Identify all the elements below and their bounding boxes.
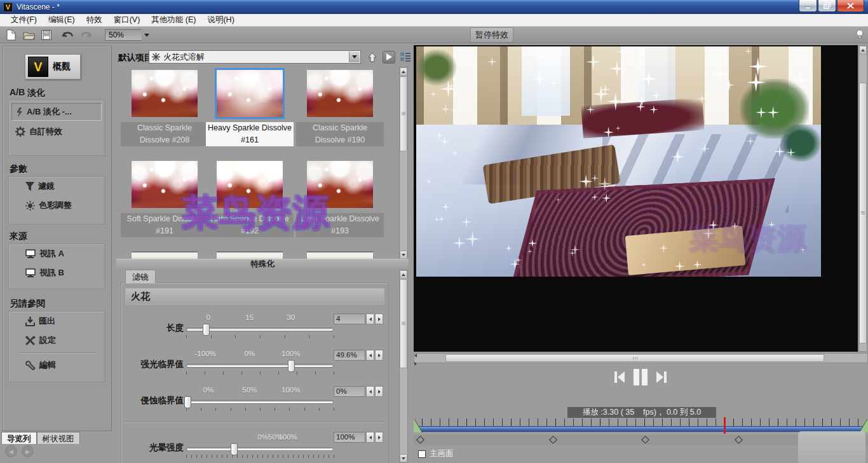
range-start-marker[interactable] xyxy=(414,418,422,432)
spin-right-button[interactable] xyxy=(375,350,383,361)
menu-effects[interactable]: 特效 xyxy=(81,13,108,27)
spin-left-button[interactable] xyxy=(366,350,374,361)
sidebar-item-custom-effect[interactable]: 自訂特效 xyxy=(9,122,104,141)
thumbnail-image[interactable] xyxy=(132,70,198,117)
zoom-level-field[interactable]: 50% xyxy=(105,29,142,41)
zoom-dropdown-arrow[interactable] xyxy=(142,29,152,41)
sidebar-item-edit[interactable]: 編輯 xyxy=(9,356,104,375)
view-mode-icon[interactable] xyxy=(398,50,412,64)
sidebar-item-label: 視訊 B xyxy=(39,267,64,279)
monitor-icon xyxy=(25,249,36,258)
spin-left-button[interactable] xyxy=(366,432,374,443)
nav-forward-button[interactable]: ► xyxy=(22,445,34,457)
thumbnail-light-193[interactable]: Light Sparkle Dissolve #193 xyxy=(296,161,384,237)
slider-handle[interactable] xyxy=(184,396,191,408)
spin-right-button[interactable] xyxy=(375,386,383,397)
scroll-thumb[interactable] xyxy=(445,354,824,362)
thumbnail-image[interactable] xyxy=(132,161,198,208)
lightbulb-icon[interactable] xyxy=(854,29,865,41)
minimize-button[interactable] xyxy=(799,0,817,12)
pause-button[interactable] xyxy=(632,368,649,387)
maximize-button[interactable] xyxy=(818,0,836,12)
thumbnail-image[interactable] xyxy=(307,70,373,117)
value-field[interactable]: 100% xyxy=(334,432,365,443)
tab-navigator[interactable]: 导览列 xyxy=(1,432,37,444)
spin-right-button[interactable] xyxy=(375,314,383,324)
preview-play-button[interactable] xyxy=(382,50,396,64)
range-end-marker[interactable] xyxy=(860,418,868,432)
next-frame-button[interactable] xyxy=(656,370,667,384)
scroll-down-button[interactable] xyxy=(400,251,407,259)
thumbnail-image[interactable] xyxy=(217,70,283,117)
undo-icon[interactable] xyxy=(61,29,75,41)
filter-scrollbar[interactable] xyxy=(399,270,408,463)
overview-button[interactable]: V 概觀 xyxy=(25,54,81,79)
thumbnail-image[interactable] xyxy=(307,161,373,208)
thumbnail-heavy-161[interactable]: Heavy Sparkle Dissolve #161 xyxy=(206,70,294,146)
save-icon[interactable] xyxy=(39,29,53,41)
menu-other[interactable]: 其他功能 (E) xyxy=(146,13,201,27)
tick-mark xyxy=(283,455,283,458)
sidebar-item-color-adjust[interactable]: 色彩調整 xyxy=(9,196,104,215)
slider-track[interactable] xyxy=(186,364,334,368)
thumbnail-classic-208[interactable]: Classic Sparkle Dissolve #208 xyxy=(121,70,208,146)
value-field[interactable]: 4 xyxy=(334,314,365,324)
folder-up-button[interactable] xyxy=(365,50,379,64)
open-folder-icon[interactable] xyxy=(22,29,36,41)
previous-frame-button[interactable] xyxy=(614,370,625,384)
scroll-up-button[interactable] xyxy=(859,46,867,54)
keyframe-diamond[interactable] xyxy=(641,436,649,444)
sidebar-item-video-b[interactable]: 視訊 B xyxy=(9,263,104,282)
sidebar-item-export[interactable]: 匯出 xyxy=(9,312,104,331)
sidebar-item-filter[interactable]: 濾鏡 xyxy=(9,177,104,196)
tab-filter[interactable]: 滤镜 xyxy=(125,270,156,283)
sidebar-item-video-a[interactable]: 視訊 A xyxy=(9,244,104,263)
menu-edit[interactable]: 编辑(E) xyxy=(43,13,81,27)
combo-dropdown-arrow[interactable] xyxy=(349,52,360,62)
new-file-icon[interactable] xyxy=(4,29,18,41)
keyframe-checkbox[interactable] xyxy=(418,450,426,458)
scroll-thumb[interactable] xyxy=(400,279,407,368)
preview-vertical-scrollbar[interactable] xyxy=(858,45,867,352)
redo-icon[interactable] xyxy=(79,29,93,41)
scroll-up-button[interactable] xyxy=(400,67,407,76)
thumbnail-soft-191[interactable]: Soft Sparkle Dissolve #191 xyxy=(121,161,208,237)
sidebar-item-settings[interactable]: 設定 xyxy=(9,331,104,350)
menu-file[interactable]: 文件(F) xyxy=(5,13,43,27)
timeline-bar[interactable] xyxy=(417,426,864,432)
slider-handle[interactable] xyxy=(288,360,295,372)
slider-handle[interactable] xyxy=(231,443,238,455)
slider-handle[interactable] xyxy=(203,324,210,336)
slider-track[interactable] xyxy=(186,328,334,331)
keyframe-diamond[interactable] xyxy=(549,436,557,444)
tab-tree-view[interactable]: 树状视图 xyxy=(37,432,80,444)
menu-window[interactable]: 窗口(V) xyxy=(108,13,146,27)
preset-combobox[interactable]: 火花式溶解 xyxy=(149,50,361,64)
value-field[interactable]: 49.6% xyxy=(334,350,365,361)
video-preview[interactable] xyxy=(416,46,821,277)
keyframe-diamond[interactable] xyxy=(417,436,425,444)
spin-right-button[interactable] xyxy=(375,432,383,443)
sidebar-item-ab-fade[interactable]: A/B 淡化 -... xyxy=(11,103,102,121)
scroll-up-button[interactable] xyxy=(400,270,407,279)
menu-help[interactable]: 说明(H) xyxy=(201,13,240,27)
slider-track[interactable] xyxy=(186,447,334,451)
scroll-thumb[interactable] xyxy=(400,76,407,151)
spin-left-button[interactable] xyxy=(366,314,374,324)
nav-back-button[interactable]: ◄ xyxy=(5,445,17,457)
scroll-down-button[interactable] xyxy=(400,454,407,462)
thumbnail-scrollbar[interactable] xyxy=(399,67,408,259)
close-button[interactable] xyxy=(837,0,864,12)
spin-left-button[interactable] xyxy=(366,386,374,397)
value-field[interactable]: 0% xyxy=(334,386,365,397)
pause-effect-button[interactable]: 暂停特效 xyxy=(470,27,513,43)
section-box-params: 濾鏡 色彩調整 xyxy=(8,176,105,225)
thumbnail-name: Heavy Sparkle Dissolve #161 xyxy=(206,122,294,146)
slider-track[interactable] xyxy=(186,400,334,404)
thumbnail-hard-192[interactable]: Hard Sparkle Dissolve #192 xyxy=(206,161,294,237)
scroll-thumb[interactable] xyxy=(859,83,867,343)
preview-horizontal-scrollbar[interactable] xyxy=(414,353,868,363)
keyframe-diamond[interactable] xyxy=(735,436,743,444)
thumbnail-image[interactable] xyxy=(217,161,283,208)
thumbnail-classic-190[interactable]: Classic Sparkle Dissolve #190 xyxy=(296,70,384,146)
